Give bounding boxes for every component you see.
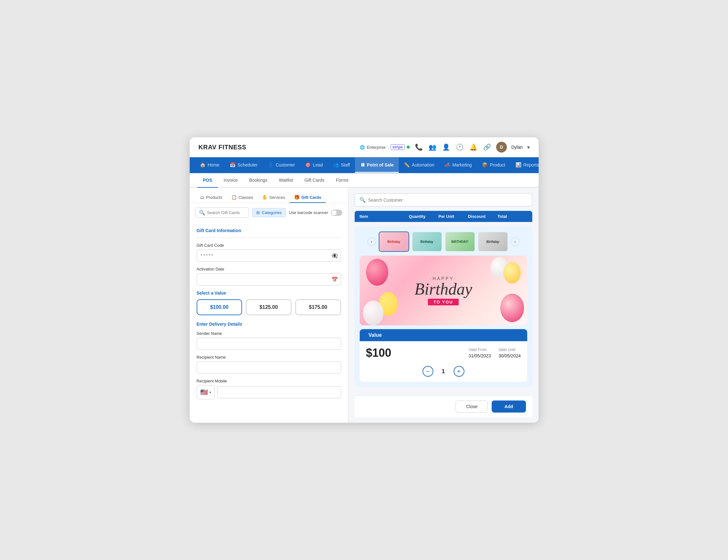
add-button[interactable]: Add — [492, 400, 526, 412]
product-tab-gift-cards[interactable]: 🎁 Gift Cards — [290, 192, 326, 203]
sender-name-group: Sender Name — [197, 331, 341, 350]
clock-icon-button[interactable]: 🕐 — [455, 143, 464, 152]
marketing-icon: 📣 — [444, 162, 450, 168]
profile-icon-button[interactable]: 👤 — [442, 143, 451, 152]
table-col-per-unit: Per Unit — [438, 214, 468, 219]
products-icon: 🗂 — [200, 195, 204, 200]
customer-search-wrap[interactable]: 🔍 — [355, 194, 532, 207]
card-dates: Valid From 31/05/2023 Valid Until 30/05/… — [469, 347, 521, 358]
share-icon-button[interactable]: 🔗 — [482, 143, 492, 152]
user-chevron-icon[interactable]: ▾ — [527, 144, 530, 150]
nav-item-marketing[interactable]: 📣 Marketing — [439, 158, 477, 173]
gift-card-search-input[interactable] — [207, 210, 246, 215]
activation-date-group: Activation Date 31/05/2023 📅 — [197, 267, 341, 285]
right-panel: 🔍 Item Quantity Per Unit Discount Total … — [348, 188, 539, 423]
valid-from-label: Valid From — [469, 347, 491, 352]
quantity-decrease-button[interactable]: − — [423, 366, 433, 377]
automation-icon: ✏️ — [404, 162, 410, 168]
products-tab-label: Products — [206, 195, 222, 200]
sub-tab-pos[interactable]: POS — [197, 173, 218, 188]
product-tab-classes[interactable]: 📋 Classes — [227, 192, 258, 203]
nav-item-customer[interactable]: 👤 Customer — [263, 158, 300, 173]
globe-icon: 🌐 — [360, 145, 365, 150]
nav-item-scheduler[interactable]: 📅 Scheduler — [225, 158, 263, 173]
staff-icon: 👥 — [333, 162, 339, 168]
sub-tab-forms[interactable]: Forms — [330, 173, 354, 188]
card-thumb-2[interactable]: Birthday — [412, 232, 442, 252]
eye-icon[interactable]: 👁‍🗨 — [331, 253, 338, 259]
nav-label-customer: Customer — [276, 162, 295, 168]
gift-card-code-input-wrap: 👁‍🗨 — [197, 250, 341, 262]
card-value-bar: Value — [360, 329, 527, 341]
bell-icon-button[interactable]: 🔔 — [469, 143, 478, 152]
activation-date-input[interactable]: 31/05/2023 — [197, 274, 341, 285]
services-tab-label: Services — [269, 195, 285, 200]
customer-search-input[interactable] — [368, 198, 528, 203]
thumb-next-button[interactable]: › — [511, 237, 520, 246]
top-bar: KRAV FITNESS 🌐 Enterprise | stripe 📞 👥 👤… — [190, 137, 539, 157]
avatar: D — [496, 142, 507, 153]
country-code-select[interactable]: 🇺🇸 ▾ — [197, 385, 215, 399]
main-content: 🗂 Products 📋 Classes ✋ Services 🎁 Gift C… — [190, 188, 539, 423]
product-tabs: 🗂 Products 📋 Classes ✋ Services 🎁 Gift C… — [190, 188, 348, 203]
top-bar-right: 🌐 Enterprise | stripe 📞 👥 👤 🕐 🔔 🔗 D Dyla… — [360, 142, 529, 153]
card-thumbnails: ‹ Birthday Birthday BIRTHDAY! — [360, 232, 527, 252]
card-to-you-text: TO YOU — [428, 299, 459, 305]
thumb-inner-3: BIRTHDAY! — [445, 232, 475, 251]
quantity-increase-button[interactable]: + — [454, 366, 464, 377]
activation-date-label: Activation Date — [197, 267, 341, 272]
calendar-icon[interactable]: 📅 — [331, 277, 338, 282]
sub-tab-bookings[interactable]: Bookings — [243, 173, 273, 188]
nav-item-staff[interactable]: 👥 Staff — [328, 158, 355, 173]
nav-item-pos[interactable]: 🖥 Point of Sale — [355, 158, 399, 173]
gift-card-code-input[interactable] — [197, 250, 341, 262]
nav-item-reports[interactable]: 📊 Reports — [510, 158, 539, 173]
phone-icon-button[interactable]: 📞 — [414, 143, 423, 152]
card-thumb-4[interactable]: Birthday — [478, 232, 508, 252]
grid-icon: ⊞ — [256, 210, 260, 215]
quantity-row: − 1 + — [360, 363, 527, 382]
product-tab-products[interactable]: 🗂 Products — [195, 192, 227, 203]
gift-card-search-wrap[interactable]: 🔍 — [195, 208, 249, 218]
recipient-name-input[interactable] — [197, 361, 341, 373]
gift-card-section: Gift Card Information Gift Card Code 👁‍🗨… — [190, 222, 348, 423]
valid-from-value: 31/05/2023 — [469, 353, 491, 358]
nav-item-lead[interactable]: 🎯 Lead — [300, 158, 328, 173]
sub-tab-waitlist[interactable]: Waitlist — [273, 173, 299, 188]
balloon-pink-2 — [500, 293, 524, 322]
barcode-toggle[interactable] — [331, 210, 342, 216]
barcode-toggle-row: Use barcode scanner — [289, 210, 342, 216]
thumb-inner-4: Birthday — [478, 232, 508, 251]
user-name: Dylan — [511, 145, 523, 150]
product-tab-services[interactable]: ✋ Services — [258, 192, 290, 203]
nav-item-automation[interactable]: ✏️ Automation — [399, 158, 439, 173]
main-card-visual: ·HAPPY· Birthday TO YOU — [360, 256, 527, 325]
nav-label-pos: Point of Sale — [367, 162, 394, 168]
nav-label-scheduler: Scheduler — [238, 162, 258, 168]
value-btn-175[interactable]: $175.00 — [295, 299, 341, 315]
value-btn-125[interactable]: $125.00 — [246, 299, 292, 315]
thumb-inner-1: Birthday — [379, 232, 409, 251]
close-button[interactable]: Close — [456, 400, 488, 412]
nav-item-home[interactable]: 🏠 Home — [195, 158, 225, 173]
sub-tab-invoice[interactable]: Invoice — [218, 173, 243, 188]
gift-card-code-label: Gift Card Code — [197, 243, 341, 248]
sub-tab-gift-cards[interactable]: Gift Cards — [299, 173, 330, 188]
card-thumb-3[interactable]: BIRTHDAY! — [445, 232, 475, 252]
recipient-mobile-input[interactable] — [217, 386, 341, 398]
team-icon-button[interactable]: 👥 — [428, 143, 437, 152]
card-thumb-1[interactable]: Birthday — [379, 232, 409, 252]
thumb-prev-button[interactable]: ‹ — [367, 237, 376, 246]
connection-status-dot — [407, 146, 410, 149]
value-buttons: $100.00 $125.00 $175.00 — [197, 299, 341, 315]
categories-button[interactable]: ⊞ Categories — [252, 208, 286, 217]
valid-from-block: Valid From 31/05/2023 — [469, 347, 491, 358]
sender-name-input[interactable] — [197, 338, 341, 350]
classes-tab-label: Classes — [239, 195, 253, 200]
nav-item-product[interactable]: 📦 Product — [477, 158, 510, 173]
phone-row: 🇺🇸 ▾ — [197, 385, 341, 399]
card-text-center: ·HAPPY· Birthday TO YOU — [415, 276, 472, 305]
balloon-pink-1 — [366, 259, 388, 286]
card-info-row: $100 Valid From 31/05/2023 Valid Until 3… — [360, 341, 527, 363]
value-btn-100[interactable]: $100.00 — [197, 299, 242, 315]
